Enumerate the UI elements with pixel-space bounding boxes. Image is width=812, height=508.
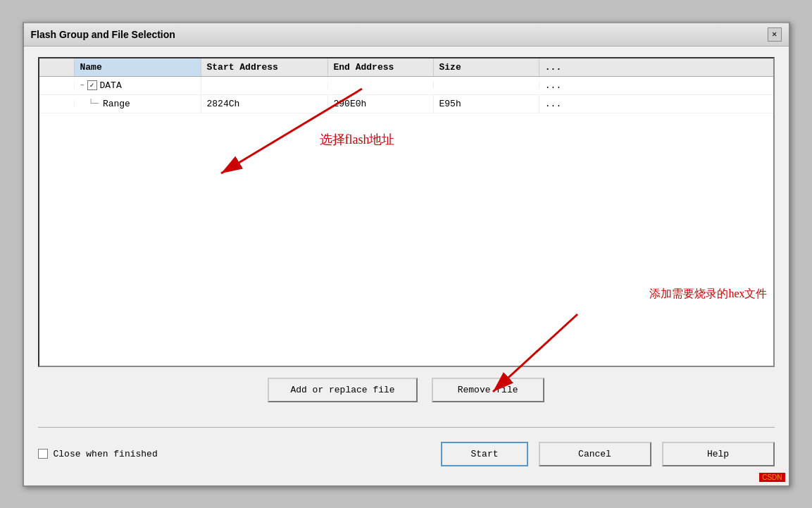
- row-end-range: 290E0h: [328, 95, 434, 113]
- close-finished-label: Close when finished: [54, 449, 158, 459]
- col-size: Size: [434, 58, 539, 76]
- start-button[interactable]: Start: [441, 442, 527, 466]
- table-row: └─ Range 2824Ch 290E0h E95h ...: [39, 95, 773, 113]
- range-name: Range: [103, 99, 130, 109]
- col-end-address: End Address: [328, 58, 434, 76]
- help-button[interactable]: Help: [662, 442, 775, 466]
- group-name: DATA: [100, 80, 122, 91]
- bottom-buttons: Start Cancel Help: [441, 442, 774, 466]
- row-name-data: − DATA: [75, 77, 201, 94]
- close-finished-checkbox[interactable]: [38, 449, 48, 459]
- col-check: [39, 58, 75, 76]
- row-size-range: E95h: [434, 95, 539, 113]
- file-table: Name Start Address End Address Size ... …: [38, 57, 775, 367]
- close-when-finished-area: Close when finished: [38, 449, 158, 459]
- remove-file-button[interactable]: Remove file: [432, 378, 544, 402]
- row-name-range: └─ Range: [75, 95, 201, 113]
- table-row: − DATA ...: [39, 77, 773, 95]
- bottom-row: Close when finished Start Cancel Help: [24, 435, 789, 477]
- col-name: Name: [75, 58, 201, 76]
- dialog-title: Flash Group and File Selection: [31, 29, 175, 40]
- expand-icon[interactable]: −: [80, 82, 85, 89]
- separator: [38, 427, 775, 428]
- tree-branch-icon: └─: [89, 99, 99, 109]
- row-check-range: [39, 100, 75, 107]
- dialog-content: Name Start Address End Address Size ... …: [24, 47, 789, 427]
- row-end-data: [328, 82, 434, 89]
- col-start-address: Start Address: [201, 58, 328, 76]
- title-bar: Flash Group and File Selection ✕: [24, 23, 789, 47]
- row-check-area: [39, 82, 75, 89]
- close-button[interactable]: ✕: [768, 27, 782, 42]
- col-more: ...: [539, 58, 568, 76]
- row-more-range[interactable]: ...: [539, 95, 568, 113]
- file-action-buttons: Add or replace file Remove file: [38, 378, 775, 402]
- row-start-range: 2824Ch: [201, 95, 328, 113]
- table-header: Name Start Address End Address Size ...: [39, 58, 773, 77]
- row-more-data[interactable]: ...: [539, 77, 568, 94]
- main-dialog: Flash Group and File Selection ✕ Name St…: [23, 22, 790, 487]
- add-or-replace-file-button[interactable]: Add or replace file: [268, 378, 417, 402]
- group-checkbox[interactable]: [87, 80, 97, 90]
- row-start-data: [201, 82, 328, 89]
- row-size-data: [434, 82, 539, 89]
- cancel-button[interactable]: Cancel: [539, 442, 651, 466]
- watermark: CSDN: [759, 473, 785, 482]
